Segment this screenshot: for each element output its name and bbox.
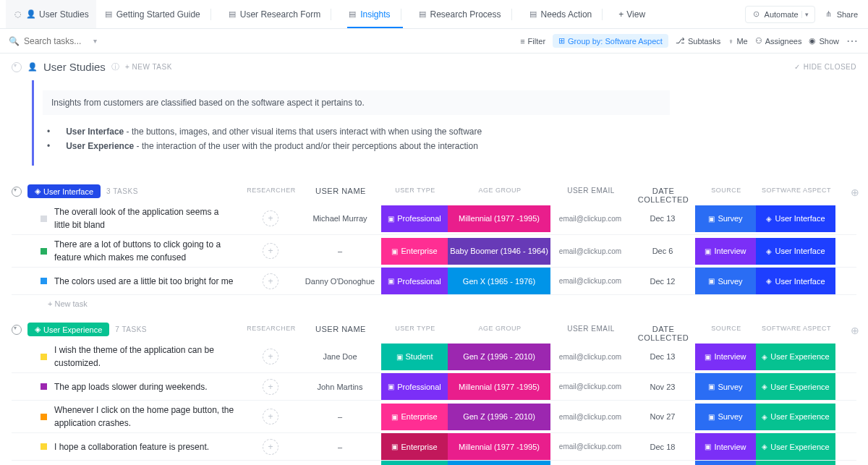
group-toggle[interactable]: [12, 325, 22, 335]
usertype-cell[interactable]: ▣Enterprise: [381, 238, 448, 265]
task-name[interactable]: The app loads slower during weekends.: [47, 377, 242, 396]
show-button[interactable]: ◉Show: [809, 36, 839, 46]
table-row[interactable]: I wish the theme of the application can …: [12, 341, 856, 373]
assignees-button[interactable]: ⚇Assignees: [755, 36, 802, 46]
tab-user-research-form[interactable]: ▤User Research Form: [220, 0, 340, 28]
col-head-username[interactable]: USER NAME: [299, 187, 382, 204]
agegroup-cell[interactable]: Gen X (1965 - 1976): [448, 268, 550, 294]
col-head-datecol[interactable]: DATE COLLECTED: [631, 187, 696, 204]
status-square[interactable]: [41, 278, 47, 284]
agegroup-cell[interactable]: Gen X (1965 - 1976): [448, 461, 550, 465]
col-head-username[interactable]: USER NAME: [299, 325, 382, 342]
avatar-placeholder[interactable]: +: [263, 349, 278, 364]
source-cell[interactable]: ▣Survey: [695, 404, 756, 430]
researcher-cell[interactable]: +: [242, 439, 299, 455]
status-square[interactable]: [41, 248, 47, 255]
agegroup-cell[interactable]: Millennial (1977 -1995): [448, 433, 550, 460]
status-square[interactable]: [41, 216, 47, 222]
aspect-cell[interactable]: ◈User Experience: [756, 373, 835, 400]
usertype-cell[interactable]: ▣Student: [381, 461, 448, 465]
agegroup-cell[interactable]: Baby Boomer (1946 - 1964): [448, 238, 550, 265]
avatar-placeholder[interactable]: +: [263, 210, 278, 226]
researcher-cell[interactable]: +: [242, 243, 299, 259]
usertype-cell[interactable]: ▣Student: [381, 344, 448, 370]
col-head-source[interactable]: SOURCE: [696, 325, 757, 342]
group-by-button[interactable]: ⊞Group by: Software Aspect: [553, 34, 668, 48]
col-head-agegroup[interactable]: AGE GROUP: [448, 187, 551, 204]
share-button[interactable]: ⋔ Share: [820, 7, 862, 22]
aspect-cell[interactable]: ◈User Interface: [756, 238, 835, 265]
source-cell[interactable]: ▣Survey: [695, 461, 756, 465]
agegroup-cell[interactable]: Millennial (1977 -1995): [448, 205, 550, 232]
col-head-aspect[interactable]: SOFTWARE ASPECT: [757, 325, 836, 342]
project-tab[interactable]: ◌ 👤 User Studies: [6, 0, 96, 28]
info-icon[interactable]: ⓘ: [111, 61, 119, 72]
source-cell[interactable]: ▣Survey: [695, 268, 756, 294]
avatar-placeholder[interactable]: +: [263, 273, 278, 289]
automate-button[interactable]: ⊙ Automate ▾: [745, 6, 815, 23]
researcher-cell[interactable]: +: [242, 379, 299, 395]
status-square[interactable]: [41, 414, 47, 420]
table-row[interactable]: The colors used are a little bit too bri…: [12, 268, 856, 295]
usertype-cell[interactable]: ▣Enterprise: [381, 433, 448, 460]
task-name[interactable]: I hope a collaboration feature is presen…: [47, 438, 242, 456]
new-task-row[interactable]: + New task: [12, 295, 856, 308]
usertype-cell[interactable]: ▣Professional: [381, 268, 448, 294]
new-task-button[interactable]: + NEW TASK: [125, 63, 172, 71]
more-menu[interactable]: ⋯: [846, 34, 859, 48]
aspect-cell[interactable]: ◈User Experience: [756, 433, 835, 460]
table-row[interactable]: There are a lot of buttons to click goin…: [12, 235, 856, 268]
agegroup-cell[interactable]: Gen Z (1996 - 2010): [448, 344, 550, 370]
researcher-cell[interactable]: +: [242, 349, 299, 364]
me-button[interactable]: ♀Me: [728, 37, 748, 46]
aspect-cell[interactable]: ◈User Interface: [756, 205, 835, 232]
col-head-source[interactable]: SOURCE: [696, 187, 757, 204]
tab-getting-started-guide[interactable]: ▤Getting Started Guide: [96, 0, 220, 28]
table-row[interactable]: Whenever I click on the home page button…: [12, 401, 856, 433]
search-container[interactable]: 🔍 ▾: [9, 36, 520, 46]
subtasks-button[interactable]: ⎇Subtasks: [676, 36, 720, 46]
group-label[interactable]: ◈User Experience: [27, 323, 109, 336]
source-cell[interactable]: ▣Interview: [695, 433, 756, 460]
tab-needs-action[interactable]: ▤Needs Action: [521, 0, 612, 28]
avatar-placeholder[interactable]: +: [263, 409, 278, 425]
chevron-down-icon[interactable]: ▾: [93, 37, 97, 45]
tab-research-process[interactable]: ▤Research Process: [410, 0, 521, 28]
col-head-datecol[interactable]: DATE COLLECTED: [631, 325, 696, 342]
usertype-cell[interactable]: ▣Enterprise: [381, 404, 448, 430]
aspect-cell[interactable]: ◈User Interface: [756, 268, 835, 294]
avatar-placeholder[interactable]: +: [263, 243, 278, 259]
group-label[interactable]: ◈User Interface: [27, 184, 101, 198]
source-cell[interactable]: ▣Interview: [695, 238, 756, 265]
col-head-researcher[interactable]: RESEARCHER: [243, 325, 299, 342]
search-input[interactable]: [24, 36, 89, 46]
collapse-toggle[interactable]: [12, 62, 22, 72]
researcher-cell[interactable]: +: [242, 210, 299, 226]
avatar-placeholder[interactable]: +: [263, 379, 278, 395]
table-row[interactable]: The application suddenly crashes+Erica F…: [12, 461, 856, 465]
table-row[interactable]: I hope a collaboration feature is presen…: [12, 433, 856, 461]
source-cell[interactable]: ▣Interview: [695, 344, 756, 370]
aspect-cell[interactable]: ◈User Experience: [756, 461, 835, 465]
task-name[interactable]: The overall look of the application seem…: [47, 202, 242, 234]
avatar-placeholder[interactable]: +: [263, 439, 278, 455]
agegroup-cell[interactable]: Gen Z (1996 - 2010): [448, 404, 550, 430]
aspect-cell[interactable]: ◈User Experience: [756, 404, 835, 430]
group-toggle[interactable]: [12, 187, 22, 197]
col-head-usertype[interactable]: USER TYPE: [382, 325, 448, 342]
add-column-icon[interactable]: ⊕: [851, 325, 860, 336]
status-square[interactable]: [41, 383, 47, 390]
agegroup-cell[interactable]: Millennial (1977 -1995): [448, 373, 550, 400]
task-name[interactable]: Whenever I click on the home page button…: [47, 401, 242, 432]
task-name[interactable]: I wish the theme of the application can …: [47, 341, 242, 372]
add-column-icon[interactable]: ⊕: [851, 187, 860, 198]
source-cell[interactable]: ▣Survey: [695, 205, 756, 232]
usertype-cell[interactable]: ▣Professional: [381, 373, 448, 400]
tab-insights[interactable]: ▤Insights: [340, 0, 409, 28]
col-head-useremail[interactable]: USER EMAIL: [551, 325, 631, 342]
table-row[interactable]: The overall look of the application seem…: [12, 202, 856, 235]
task-name[interactable]: There are a lot of buttons to click goin…: [47, 235, 242, 267]
filter-button[interactable]: ≡Filter: [520, 37, 545, 46]
usertype-cell[interactable]: ▣Professional: [381, 205, 448, 232]
task-name[interactable]: The colors used are a little bit too bri…: [47, 272, 242, 291]
